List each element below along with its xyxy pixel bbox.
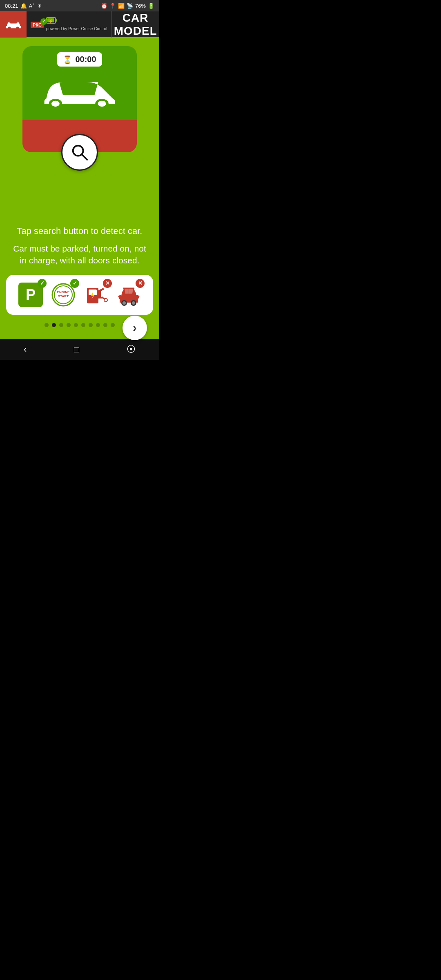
brand-section: РКС ✓ ⚡ powered by Power Cruise Control [27, 11, 111, 38]
status-time: 08:21 [5, 3, 18, 9]
back-icon: ‹ [24, 344, 27, 354]
hourglass-icon: ⏳ [63, 55, 72, 64]
req-doors: ✕ [116, 282, 141, 307]
logo-car-icon [4, 18, 22, 31]
svg-point-0 [8, 27, 11, 29]
requirements-card: ✓ P ✓ ENGINE START ✕ [6, 275, 153, 315]
svg-point-7 [51, 101, 60, 107]
recent-icon: ⦿ [127, 344, 136, 354]
dot-8 [103, 323, 107, 327]
req-parked: ✓ P [18, 282, 43, 307]
sun-icon: ☀ [37, 3, 42, 9]
dot-9 [111, 323, 115, 327]
battery-level: 76% [135, 3, 146, 9]
svg-point-1 [16, 27, 19, 29]
nav-bar: ‹ □ ⦿ [0, 339, 159, 360]
dot-7 [96, 323, 100, 327]
recent-button[interactable]: ⦿ [118, 341, 144, 358]
home-button[interactable]: □ [66, 341, 87, 358]
search-button[interactable] [61, 134, 98, 171]
dot-0 [45, 323, 49, 327]
home-icon: □ [74, 344, 79, 354]
next-icon: › [133, 321, 136, 334]
dot-5 [81, 323, 85, 327]
dot-4 [74, 323, 78, 327]
location-icon: 📍 [109, 3, 116, 9]
car-card: ⏳ 00:00 [22, 46, 137, 152]
next-button[interactable]: › [122, 316, 147, 340]
dot-6 [89, 323, 93, 327]
svg-point-25 [132, 301, 135, 305]
timer-badge: ⏳ 00:00 [57, 52, 102, 67]
logo-box [0, 11, 27, 38]
search-icon [70, 143, 89, 162]
app-header: РКС ✓ ⚡ powered by Power Cruise Control … [0, 11, 159, 38]
status-right: ⏰ 📍 📶 📡 76% 🔋 [101, 3, 154, 9]
powered-by-text: powered by Power Cruise Control [46, 27, 107, 31]
battery-icon: 🔋 [148, 3, 154, 9]
car-silhouette-icon [39, 75, 120, 108]
svg-text:ENGINE: ENGINE [57, 290, 70, 294]
req-engine: ✓ ENGINE START [51, 282, 76, 307]
page-title: CAR MODEL [111, 11, 159, 38]
notification-icon: 🔔 [20, 3, 27, 9]
car-card-top: ⏳ 00:00 [22, 46, 137, 120]
engine-status: ✓ [70, 279, 79, 288]
svg-point-9 [98, 101, 106, 107]
font-icon: A˟ [29, 3, 36, 9]
wifi-icon: 📶 [118, 3, 125, 9]
parked-status: ✓ [38, 279, 47, 288]
timer-value: 00:00 [75, 55, 96, 64]
svg-text:START: START [58, 294, 69, 298]
dot-3 [67, 323, 71, 327]
svg-rect-3 [56, 19, 57, 22]
dot-2 [59, 323, 63, 327]
pagination-dots [45, 323, 115, 327]
req-charge: ✕ [83, 282, 109, 307]
bottom-row: › [6, 323, 153, 339]
instruction-line2: Car must be parked, turned on, not in ch… [10, 243, 149, 267]
alarm-icon: ⏰ [101, 3, 107, 9]
doors-status: ✕ [136, 279, 145, 288]
status-bar: 08:21 🔔 A˟ ☀ ⏰ 📍 📶 📡 76% 🔋 [0, 0, 159, 11]
status-left: 08:21 🔔 A˟ ☀ [5, 3, 42, 9]
svg-text:⚡: ⚡ [48, 19, 53, 24]
instruction-line1: Tap search button to detect car. [10, 226, 149, 236]
signal-icon: 📡 [127, 3, 133, 9]
svg-line-11 [82, 155, 87, 160]
charge-status: ✕ [103, 279, 112, 288]
svg-point-23 [122, 301, 126, 305]
dot-1 [52, 323, 56, 327]
battery-charge-icon: ⚡ [46, 17, 58, 24]
main-content: ⏳ 00:00 Tap search button to detect [0, 38, 159, 339]
check-badge: ✓ [42, 19, 45, 24]
svg-point-19 [104, 298, 107, 302]
instructions-section: Tap search button to detect car. Car mus… [6, 226, 153, 267]
back-button[interactable]: ‹ [16, 341, 35, 358]
